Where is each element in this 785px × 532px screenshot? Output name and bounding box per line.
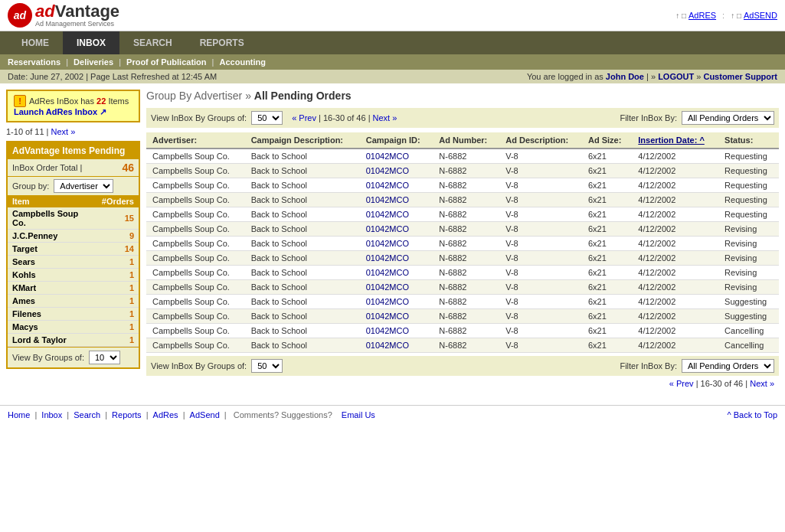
footer-adres[interactable]: AdRes: [153, 410, 178, 419]
list-item[interactable]: Filenes 1: [8, 308, 139, 321]
cell-campaign-id[interactable]: 01042MCO: [360, 222, 433, 237]
list-item[interactable]: Ames 1: [8, 295, 139, 308]
cell-advertiser: Campbells Soup Co.: [146, 207, 245, 222]
item-orders[interactable]: 1: [97, 269, 139, 282]
item-orders[interactable]: 1: [97, 282, 139, 295]
nav-reports[interactable]: REPORTS: [186, 31, 258, 54]
subnav-reservations[interactable]: Reservations: [8, 57, 61, 67]
col-campaign-id: Campaign ID:: [360, 132, 433, 149]
bottom-filter-select[interactable]: All Pending Orders: [682, 359, 774, 373]
subnav-deliveries[interactable]: Deliveries: [74, 57, 113, 67]
table-row: Campbells Soup Co. Back to School 01042M…: [146, 237, 779, 251]
list-item[interactable]: Sears 1: [8, 256, 139, 269]
item-orders[interactable]: 1: [97, 308, 139, 321]
cell-ad-desc: V-8: [499, 207, 582, 222]
left-pagination: 1-10 of 11 | Next »: [6, 127, 140, 136]
cell-campaign-id[interactable]: 01042MCO: [360, 207, 433, 222]
item-name[interactable]: Kohls: [8, 269, 97, 282]
cell-campaign-id[interactable]: 01042MCO: [360, 193, 433, 207]
cell-campaign-id[interactable]: 01042MCO: [360, 309, 433, 324]
cell-campaign-id[interactable]: 01042MCO: [360, 338, 433, 353]
cell-campaign-id[interactable]: 01042MCO: [360, 295, 433, 309]
left-next-link[interactable]: Next »: [51, 127, 76, 136]
item-name[interactable]: Filenes: [8, 308, 97, 321]
list-item[interactable]: Target 14: [8, 243, 139, 256]
nav-home[interactable]: HOME: [8, 31, 63, 54]
table-row: Campbells Soup Co. Back to School 01042M…: [146, 207, 779, 222]
footer-adsend[interactable]: AdSend: [190, 410, 220, 419]
item-orders[interactable]: 1: [97, 321, 139, 334]
footer-home[interactable]: Home: [8, 410, 30, 419]
cell-insertion-date: 4/12/2002: [632, 207, 718, 222]
subnav-accounting[interactable]: Accounting: [220, 57, 267, 67]
cell-campaign-id[interactable]: 01042MCO: [360, 266, 433, 280]
list-item[interactable]: Macys 1: [8, 321, 139, 334]
list-item[interactable]: Campbells Soup Co. 15: [8, 207, 139, 230]
footer-search[interactable]: Search: [74, 410, 100, 419]
table-row: Campbells Soup Co. Back to School 01042M…: [146, 178, 779, 193]
cell-campaign-id[interactable]: 01042MCO: [360, 178, 433, 193]
item-name[interactable]: Macys: [8, 321, 97, 334]
items-table: Item #Orders Campbells Soup Co. 15 J.C.P…: [8, 195, 139, 347]
adsend-link[interactable]: ↑ □ AdSEND: [731, 11, 777, 20]
cell-campaign-id[interactable]: 01042MCO: [360, 324, 433, 338]
list-item[interactable]: J.C.Penney 9: [8, 230, 139, 243]
item-name[interactable]: Ames: [8, 295, 97, 308]
cell-campaign-id[interactable]: 01042MCO: [360, 149, 433, 164]
item-name[interactable]: KMart: [8, 282, 97, 295]
item-orders[interactable]: 1: [97, 334, 139, 347]
item-name[interactable]: Lord & Taylor: [8, 334, 97, 347]
top-prev-link[interactable]: « Prev: [292, 113, 316, 122]
logo-text: adVantage Ad Management Services: [35, 3, 119, 28]
top-filter-select[interactable]: All Pending Orders: [682, 111, 774, 125]
cell-ad-number: N-6882: [433, 149, 499, 164]
item-name[interactable]: Campbells Soup Co.: [8, 207, 97, 230]
group-by-select[interactable]: Advertiser: [54, 179, 113, 193]
cell-ad-number: N-6882: [433, 295, 499, 309]
adres-link[interactable]: ↑ □ AdRES: [675, 11, 716, 20]
item-orders[interactable]: 9: [97, 230, 139, 243]
list-item[interactable]: KMart 1: [8, 282, 139, 295]
item-orders[interactable]: 14: [97, 243, 139, 256]
item-orders[interactable]: 1: [97, 256, 139, 269]
user-name[interactable]: John Doe: [606, 72, 644, 81]
list-item[interactable]: Kohls 1: [8, 269, 139, 282]
cell-campaign-id[interactable]: 01042MCO: [360, 237, 433, 251]
date-info: Date: June 27, 2002 | Page Last Refreshe…: [8, 72, 217, 81]
cell-campaign-id[interactable]: 01042MCO: [360, 251, 433, 266]
logout-link[interactable]: LOGOUT: [658, 72, 694, 81]
bottom-next-link[interactable]: Next »: [750, 379, 774, 388]
view-groups-top: View InBox By Groups of: 50: [151, 111, 283, 125]
launch-adres-link[interactable]: Launch AdRes Inbox ↗: [14, 107, 106, 116]
adres-count-link[interactable]: 22: [96, 96, 106, 106]
cell-campaign-id[interactable]: 01042MCO: [360, 164, 433, 178]
view-groups-select[interactable]: 10: [89, 351, 120, 364]
footer-inbox[interactable]: Inbox: [41, 410, 62, 419]
item-name[interactable]: Sears: [8, 256, 97, 269]
subnav-proof[interactable]: Proof of Publication: [126, 57, 207, 67]
cell-advertiser: Campbells Soup Co.: [146, 324, 245, 338]
item-name[interactable]: J.C.Penney: [8, 230, 97, 243]
cell-ad-number: N-6882: [433, 324, 499, 338]
logo-icon: ad: [8, 3, 32, 28]
footer-email[interactable]: Email Us: [342, 410, 375, 419]
support-link[interactable]: Customer Support: [703, 72, 777, 81]
cell-ad-size: 6x21: [582, 237, 632, 251]
items-panel-header: AdVantage Items Pending: [8, 142, 139, 159]
item-orders[interactable]: 1: [97, 295, 139, 308]
nav-search[interactable]: SEARCH: [119, 31, 186, 54]
footer-reports[interactable]: Reports: [112, 410, 142, 419]
col-insertion-date[interactable]: Insertion Date: ^: [632, 132, 718, 149]
back-to-top-link[interactable]: ^ Back to Top: [728, 410, 778, 419]
cell-campaign-id[interactable]: 01042MCO: [360, 280, 433, 295]
list-item[interactable]: Lord & Taylor 1: [8, 334, 139, 347]
item-name[interactable]: Target: [8, 243, 97, 256]
top-next-link[interactable]: Next »: [373, 113, 397, 122]
top-view-select[interactable]: 50: [251, 111, 283, 125]
cell-campaign-desc: Back to School: [245, 309, 360, 324]
cell-ad-size: 6x21: [582, 280, 632, 295]
bottom-prev-link[interactable]: « Prev: [669, 379, 694, 388]
bottom-view-select[interactable]: 50: [251, 359, 283, 373]
item-orders[interactable]: 15: [97, 207, 139, 230]
nav-inbox[interactable]: INBOX: [63, 31, 119, 54]
